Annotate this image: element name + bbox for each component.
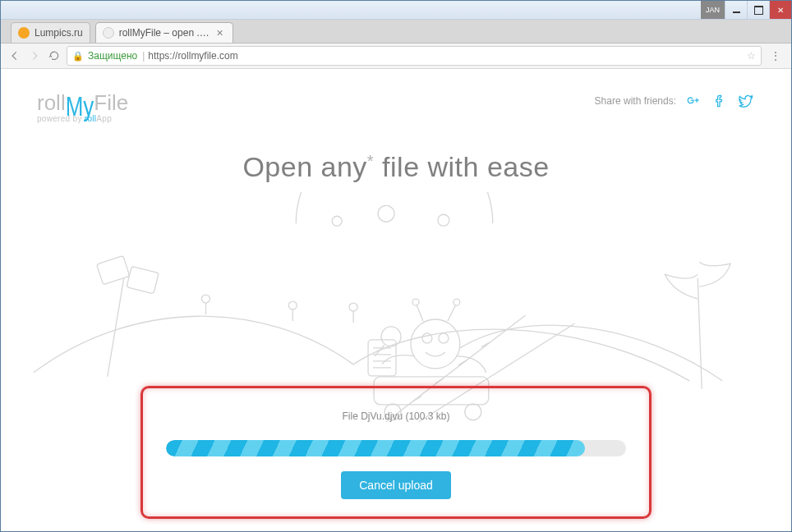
upload-progress-fill: [166, 440, 585, 456]
svg-point-1: [378, 205, 394, 222]
window-maximize-button[interactable]: [747, 1, 769, 19]
lock-icon: 🔒: [72, 51, 84, 62]
site-logo[interactable]: rollMyFile powered by rollApp: [37, 92, 128, 123]
svg-point-7: [349, 303, 357, 311]
share-label: Share with friends:: [595, 95, 676, 107]
nav-reload-button[interactable]: [47, 48, 62, 63]
window-minimize-button[interactable]: [725, 1, 747, 19]
svg-point-6: [288, 301, 297, 310]
tab-close-icon[interactable]: ✕: [216, 28, 226, 39]
browser-tab[interactable]: Lumpics.ru: [11, 22, 90, 43]
url-text: https://rollmyfile.com: [148, 50, 237, 62]
upload-file-label: File DjVu.djvu (100.3 kb): [343, 410, 450, 422]
favicon-icon: [103, 27, 114, 39]
bookmark-star-icon[interactable]: ☆: [747, 50, 756, 62]
favicon-icon: [18, 27, 30, 39]
window-titlebar: JAN: [1, 1, 791, 20]
tab-title: Lumpics.ru: [35, 27, 83, 39]
window-close-button[interactable]: [769, 1, 791, 19]
browser-tab-strip: Lumpics.ru rollMyFile – open .doc, ✕: [1, 20, 791, 44]
cancel-upload-button[interactable]: Cancel upload: [341, 471, 451, 499]
svg-point-15: [454, 299, 460, 305]
svg-point-14: [412, 299, 419, 305]
svg-point-13: [439, 333, 449, 343]
address-bar[interactable]: 🔒 Защищено | https://rollmyfile.com ☆: [67, 46, 762, 66]
svg-rect-3: [97, 256, 130, 285]
svg-point-2: [438, 214, 449, 226]
tab-title: rollMyFile – open .doc,: [119, 27, 211, 39]
facebook-icon[interactable]: [711, 92, 729, 110]
svg-point-5: [201, 295, 210, 303]
user-badge: JAN: [701, 1, 725, 19]
twitter-icon[interactable]: [737, 92, 755, 110]
browser-menu-button[interactable]: ⋮: [767, 49, 785, 62]
nav-forward-button[interactable]: [27, 48, 42, 63]
page-content: rollMyFile powered by rollApp Share with…: [1, 69, 791, 532]
svg-point-17: [381, 327, 401, 346]
svg-point-12: [422, 333, 432, 343]
svg-point-11: [411, 319, 460, 369]
svg-rect-16: [368, 340, 396, 376]
browser-toolbar: 🔒 Защищено | https://rollmyfile.com ☆ ⋮: [1, 44, 791, 69]
nav-back-button[interactable]: [7, 48, 22, 63]
svg-rect-8: [374, 377, 489, 405]
hero-illustration: [1, 192, 791, 438]
googleplus-icon[interactable]: [684, 92, 702, 110]
page-heading: Open any* file with ease: [37, 151, 755, 183]
svg-rect-4: [127, 266, 159, 293]
svg-point-0: [332, 216, 342, 226]
upload-progress-bar: [166, 440, 626, 456]
secure-label: Защищено: [88, 50, 137, 62]
browser-tab-active[interactable]: rollMyFile – open .doc, ✕: [95, 22, 233, 43]
upload-panel: File DjVu.djvu (100.3 kb) Cancel upload: [1, 410, 791, 499]
share-bar: Share with friends:: [595, 92, 755, 110]
